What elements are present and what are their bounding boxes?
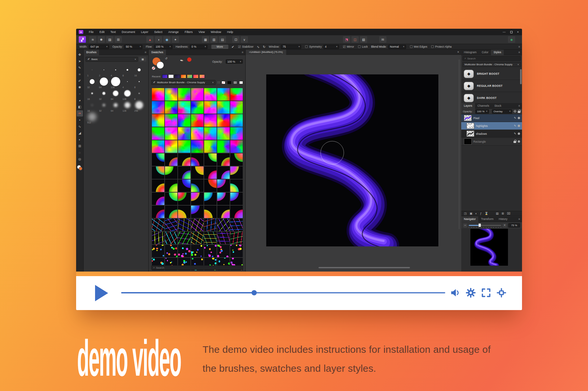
menu-help[interactable]: Help	[224, 29, 236, 35]
brush-swatch-thumbnail[interactable]	[191, 245, 204, 257]
layer-row[interactable]: Pixel✎	[461, 114, 522, 122]
tab-color[interactable]: Color	[479, 50, 491, 55]
brush-swatch-thumbnail[interactable]	[165, 101, 177, 114]
recent-swatch[interactable]	[187, 74, 192, 78]
visibility-dot-icon[interactable]	[518, 117, 520, 119]
brush-swatch-thumbnail[interactable]	[230, 206, 243, 218]
brush-item[interactable]: 128	[110, 77, 122, 89]
menu-edit[interactable]: Edit	[97, 29, 108, 35]
insert-caret-icon[interactable]: ∨	[241, 36, 248, 43]
comment-bubble-icon[interactable]: ✉	[379, 36, 386, 43]
brush-item[interactable]: 64	[110, 101, 122, 112]
volume-icon[interactable]	[450, 287, 461, 298]
layers-tabs-menu-icon[interactable]: ≡	[518, 104, 522, 107]
style-item[interactable]: ◆REGULAR BOOST	[461, 80, 522, 92]
brush-swatch-thumbnail[interactable]	[165, 180, 177, 192]
style-item[interactable]: ◆DARK BOOST	[461, 92, 522, 103]
brush-swatch-thumbnail[interactable]	[152, 180, 164, 192]
active-red-swatch[interactable]	[187, 57, 191, 62]
brush-swatch-thumbnail[interactable]	[178, 232, 190, 244]
minimize-button[interactable]: —	[503, 30, 506, 34]
color-tag-icon[interactable]: ◳	[464, 212, 467, 215]
slice-gray-icon[interactable]: ▧	[360, 36, 367, 43]
vector-brush-tool[interactable]: ✐	[77, 78, 83, 84]
brush-item[interactable]: 32	[98, 89, 110, 101]
white-swatch[interactable]	[239, 81, 243, 84]
account-person-icon[interactable]: ☻	[508, 36, 515, 43]
zoom-value[interactable]: 75 %	[508, 223, 520, 227]
brush-swatch-thumbnail[interactable]	[191, 166, 204, 179]
brush-swatch-thumbnail[interactable]	[204, 232, 217, 244]
layer-row[interactable]: highlights✎	[461, 122, 522, 130]
brush-item[interactable]: 32	[98, 101, 110, 112]
menu-arrange[interactable]: Arrange	[165, 29, 182, 35]
progress-track[interactable]	[121, 292, 445, 293]
brush-swatch-thumbnail[interactable]	[152, 206, 164, 218]
brush-item[interactable]: 32	[86, 77, 98, 89]
insert-target-icon[interactable]: ⊡	[232, 36, 239, 43]
marquee-tool[interactable]: ▫	[77, 91, 83, 97]
symmetry-checkbox[interactable]	[305, 45, 308, 48]
brush-swatch-thumbnail[interactable]	[178, 206, 190, 218]
brush-swatch-thumbnail[interactable]	[217, 180, 230, 192]
edit-pencil-icon[interactable]: ✎	[514, 132, 516, 135]
snap-object-icon[interactable]: ▤	[219, 36, 226, 43]
recent-swatch[interactable]	[174, 74, 180, 78]
menu-filters[interactable]: Filters	[182, 29, 196, 35]
rope-stabilizer-icon[interactable]: ∿	[257, 45, 259, 49]
progress-knob[interactable]	[252, 290, 257, 295]
tab-styles[interactable]: Styles	[491, 50, 504, 55]
exit-fullscreen-icon[interactable]	[496, 287, 507, 298]
snap-grid-icon[interactable]: ▦	[202, 36, 209, 43]
brush-swatch-thumbnail[interactable]	[152, 245, 164, 257]
tab-stock[interactable]: Stock	[492, 103, 504, 109]
brush-swatch-thumbnail[interactable]	[165, 140, 177, 153]
brush-swatch-thumbnail[interactable]	[204, 114, 217, 127]
brush-swatch-thumbnail[interactable]	[230, 88, 243, 101]
window-input[interactable]: 75▾	[281, 45, 301, 49]
artboard[interactable]	[266, 74, 438, 246]
brush-swatch-thumbnail[interactable]	[230, 166, 243, 179]
brush-item[interactable]: 16	[86, 101, 98, 112]
brush-swatch-thumbnail[interactable]	[204, 166, 217, 179]
swatches-panel-menu-icon[interactable]: ≡	[242, 51, 245, 54]
erase-tool[interactable]: ◢	[77, 130, 83, 136]
brush-swatch-thumbnail[interactable]	[152, 232, 164, 244]
brush-swatch-thumbnail[interactable]	[165, 232, 177, 244]
tab-brushes[interactable]: Brushes	[84, 50, 99, 55]
brush-item[interactable]: 8	[133, 77, 145, 89]
maximize-button[interactable]	[510, 31, 513, 33]
brush-swatch-thumbnail[interactable]	[204, 193, 217, 205]
recent-swatch[interactable]	[199, 74, 205, 78]
brush-item[interactable]: 16	[133, 65, 145, 77]
brush-item[interactable]: 256	[133, 101, 145, 112]
menu-view[interactable]: View	[196, 29, 208, 35]
styles-category-select[interactable]: Multicolor Brush Bundle - Chroma Supply▾	[463, 62, 521, 67]
brush-item[interactable]: 128	[122, 101, 133, 112]
view-hand-tool[interactable]: ✥	[77, 52, 83, 58]
brush-swatch-thumbnail[interactable]	[178, 88, 190, 101]
clone-tool[interactable]: ⊞	[77, 143, 83, 149]
adjustment-icon[interactable]: ◐	[475, 212, 477, 215]
brush-item[interactable]: 2	[98, 65, 110, 77]
slice-export-icon[interactable]: ⬔	[343, 36, 350, 43]
brush-swatch-thumbnail[interactable]	[230, 180, 243, 192]
edit-pencil-icon[interactable]: ✎	[514, 124, 516, 127]
brushes-panel-menu-icon[interactable]: ≡	[145, 51, 148, 54]
flow-input[interactable]: 100 %▾	[154, 45, 172, 49]
close-button[interactable]: ×	[517, 30, 519, 34]
nav-tabs-menu-icon[interactable]: ≡	[518, 217, 522, 221]
brush-swatch-thumbnail[interactable]	[217, 101, 230, 114]
brush-swatch-thumbnail[interactable]	[191, 88, 204, 101]
zoom-in-button[interactable]: +	[503, 224, 507, 227]
astro-persona-icon[interactable]: ✦	[172, 36, 179, 43]
photo-persona-icon[interactable]: ▲	[146, 36, 154, 43]
tab-history[interactable]: History	[496, 216, 510, 222]
brush-options-button[interactable]: ▦	[139, 57, 146, 62]
brush-swatch-thumbnail[interactable]	[230, 140, 243, 153]
visibility-dot-icon[interactable]	[518, 133, 520, 135]
live-filter-icon[interactable]: ⌛	[484, 212, 488, 215]
pixel-persona-icon[interactable]: ▞	[79, 36, 86, 43]
brush-swatch-thumbnail[interactable]	[152, 88, 164, 101]
brush-swatch-thumbnail[interactable]	[204, 127, 217, 140]
